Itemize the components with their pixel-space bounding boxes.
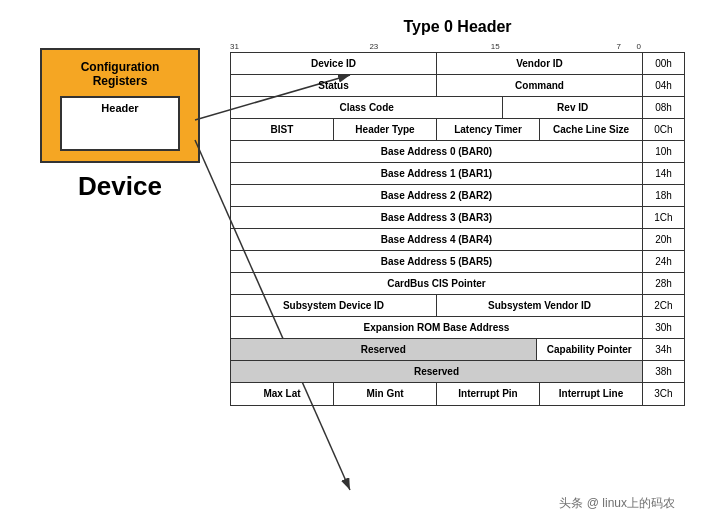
register-cell: Subsystem Vendor ID [437, 295, 642, 316]
offset-cell: 34h [642, 339, 684, 360]
offset-cell: 00h [642, 53, 684, 74]
offset-cell: 0Ch [642, 119, 684, 140]
register-cell: Min Gnt [334, 383, 437, 405]
register-cell: Base Address 5 (BAR5) [231, 251, 642, 272]
bit-31: 31 [230, 42, 257, 51]
table-row: Class CodeRev ID08h [231, 97, 684, 119]
register-cell: Subsystem Device ID [231, 295, 437, 316]
table-row: Device IDVendor ID00h [231, 53, 684, 75]
main-container: Configuration Registers Header Device Ty… [0, 0, 705, 520]
table-row: StatusCommand04h [231, 75, 684, 97]
offset-cell: 14h [642, 163, 684, 184]
register-cell: Base Address 3 (BAR3) [231, 207, 642, 228]
register-cell: Base Address 4 (BAR4) [231, 229, 642, 250]
table-row: Base Address 1 (BAR1)14h [231, 163, 684, 185]
table-row: Base Address 4 (BAR4)20h [231, 229, 684, 251]
register-cell: Vendor ID [437, 53, 642, 74]
register-cell: Header Type [334, 119, 437, 140]
register-cell: Cache Line Size [540, 119, 642, 140]
register-cell: Interrupt Pin [437, 383, 540, 405]
register-cell: Capability Pointer [537, 339, 643, 360]
watermark: 头条 @ linux上的码农 [559, 495, 675, 512]
table-row: Base Address 0 (BAR0)10h [231, 141, 684, 163]
offset-cell: 04h [642, 75, 684, 96]
header-inner-box: Header [60, 96, 180, 151]
config-title: Configuration Registers [81, 60, 160, 88]
register-cell: Base Address 2 (BAR2) [231, 185, 642, 206]
register-cell: Base Address 0 (BAR0) [231, 141, 642, 162]
offset-cell: 2Ch [642, 295, 684, 316]
register-cell: BIST [231, 119, 334, 140]
table-row: Subsystem Device IDSubsystem Vendor ID2C… [231, 295, 684, 317]
offset-cell: 08h [642, 97, 684, 118]
register-cell: Class Code [231, 97, 503, 118]
table-row: Base Address 2 (BAR2)18h [231, 185, 684, 207]
offset-cell: 28h [642, 273, 684, 294]
config-box: Configuration Registers Header [40, 48, 200, 163]
register-table: Device IDVendor ID00hStatusCommand04hCla… [230, 52, 685, 406]
table-row: Expansion ROM Base Address30h [231, 317, 684, 339]
offset-cell: 18h [642, 185, 684, 206]
table-row: BISTHeader TypeLatency TimerCache Line S… [231, 119, 684, 141]
table-row: Base Address 5 (BAR5)24h [231, 251, 684, 273]
offset-cell: 10h [642, 141, 684, 162]
register-cell: Rev ID [503, 97, 642, 118]
bit-7: 7 [500, 42, 621, 51]
table-row: Base Address 3 (BAR3)1Ch [231, 207, 684, 229]
register-cell: Status [231, 75, 437, 96]
offset-cell: 30h [642, 317, 684, 338]
offset-cell: 20h [642, 229, 684, 250]
register-cell: Expansion ROM Base Address [231, 317, 642, 338]
bit-23: 23 [257, 42, 378, 51]
offset-cell: 38h [642, 361, 684, 382]
register-cell: Reserved [231, 361, 642, 382]
device-label: Device [78, 171, 162, 202]
header-section: Type 0 Header 31 23 15 7 0 Device IDVend… [230, 18, 685, 406]
register-cell: CardBus CIS Pointer [231, 273, 642, 294]
register-cell: Base Address 1 (BAR1) [231, 163, 642, 184]
register-cell: Reserved [231, 339, 537, 360]
section-title: Type 0 Header [230, 18, 685, 36]
table-row: Reserved38h [231, 361, 684, 383]
register-cell: Command [437, 75, 642, 96]
offset-cell: 1Ch [642, 207, 684, 228]
offset-cell: 24h [642, 251, 684, 272]
register-cell: Device ID [231, 53, 437, 74]
device-section: Configuration Registers Header Device [20, 48, 220, 202]
register-cell: Interrupt Line [540, 383, 642, 405]
bit-15: 15 [378, 42, 499, 51]
register-cell: Latency Timer [437, 119, 540, 140]
table-row: Max LatMin GntInterrupt PinInterrupt Lin… [231, 383, 684, 405]
bit-labels: 31 23 15 7 0 [230, 42, 685, 51]
table-row: ReservedCapability Pointer34h [231, 339, 684, 361]
table-row: CardBus CIS Pointer28h [231, 273, 684, 295]
bit-0: 0 [621, 42, 641, 51]
offset-cell: 3Ch [642, 383, 684, 405]
register-cell: Max Lat [231, 383, 334, 405]
header-label: Header [101, 102, 138, 114]
